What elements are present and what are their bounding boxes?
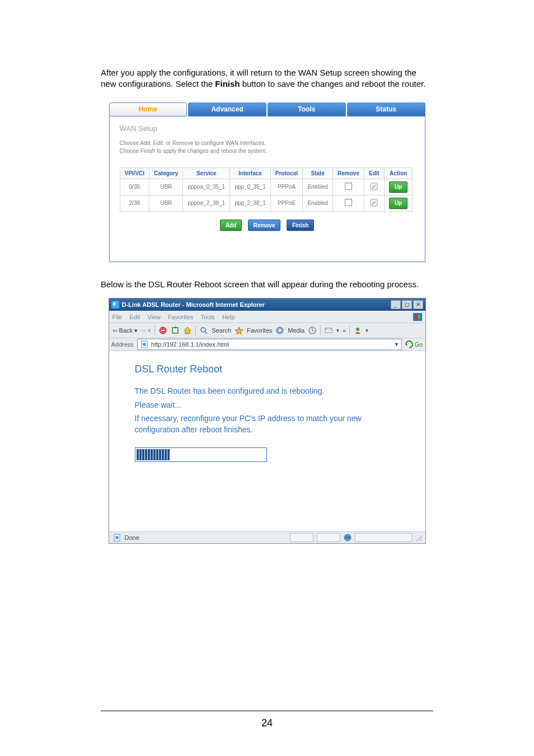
wan-title: WAN Setup	[120, 124, 415, 133]
remove-checkbox[interactable]	[345, 199, 352, 206]
media-icon[interactable]	[275, 326, 284, 335]
toolbar-more-icon[interactable]: »	[343, 328, 346, 334]
ie-window: D-Link ADSL Router - Microsoft Internet …	[109, 298, 426, 544]
edit-icon[interactable]	[370, 183, 378, 190]
table-header-row: VPI/VCI Category Service Interface Proto…	[120, 167, 413, 179]
svg-point-14	[356, 328, 359, 331]
cell-action[interactable]: Up	[384, 179, 412, 195]
search-icon[interactable]	[199, 326, 208, 335]
status-pane	[317, 533, 340, 542]
minimize-button[interactable]: _	[391, 300, 401, 309]
svg-point-19	[115, 536, 119, 539]
cell-remove[interactable]	[333, 195, 364, 211]
close-button[interactable]: ✕	[413, 300, 423, 309]
remove-button[interactable]: Remove	[248, 220, 281, 231]
tab-home[interactable]: Home	[109, 102, 188, 116]
cell-protocol: PPPoA	[270, 179, 303, 195]
ie-brand-icon	[413, 313, 422, 321]
status-text: Done	[125, 534, 139, 541]
maximize-button[interactable]: ◻	[402, 300, 412, 309]
tab-bar: Home Advanced Tools Status	[109, 102, 425, 116]
edit-icon[interactable]	[370, 199, 378, 207]
col-protocol: Protocol	[270, 167, 303, 179]
reboot-line3: If necessary, reconfigure your PC's IP a…	[135, 413, 406, 436]
window-controls: _ ◻ ✕	[391, 300, 423, 309]
tab-advanced-label: Advanced	[211, 105, 243, 113]
ie-title-text: D-Link ADSL Router - Microsoft Internet …	[122, 301, 265, 308]
cell-edit[interactable]	[364, 195, 384, 211]
favorites-label[interactable]: Favorites	[247, 327, 272, 334]
media-label[interactable]: Media	[288, 327, 305, 334]
wan-desc: Choose Add, Edit, or Remove to configure…	[120, 139, 415, 155]
back-button[interactable]: ⇦ Back ▾	[113, 327, 138, 334]
page-icon	[140, 340, 149, 349]
cell-vpivci: 0/35	[120, 179, 149, 195]
address-dropdown-icon[interactable]: ▼	[394, 342, 399, 347]
tab-tools[interactable]: Tools	[268, 102, 346, 116]
ie-content: DSL Router Reboot The DSL Router has bee…	[109, 351, 425, 531]
table-row: 0/35 UBR pppoa_0_35_1 ppp_0_35_1 PPPoA E…	[120, 179, 413, 195]
col-category: Category	[149, 167, 183, 179]
cell-service: pppoe_2_38_1	[183, 195, 230, 211]
tab-advanced[interactable]: Advanced	[188, 102, 266, 116]
tab-tools-label: Tools	[298, 105, 315, 113]
menu-file[interactable]: File	[113, 314, 123, 320]
cell-action[interactable]: Up	[384, 195, 412, 211]
mail-dropdown-icon[interactable]: ▾	[336, 328, 339, 333]
forward-button[interactable]: ⇨ ▾	[141, 327, 151, 334]
messenger-dropdown-icon[interactable]: ▾	[366, 328, 368, 333]
reboot-line2: Please wait...	[135, 399, 406, 410]
mail-icon[interactable]	[324, 326, 333, 335]
stop-icon[interactable]	[158, 326, 167, 335]
svg-line-23	[421, 540, 422, 541]
svg-marker-17	[405, 344, 407, 346]
cell-state: Enabled	[303, 195, 333, 211]
svg-rect-4	[418, 315, 420, 319]
button-row: Add Remove Finish	[120, 220, 415, 231]
menu-edit[interactable]: Edit	[129, 314, 140, 320]
ie-menubar: File Edit View Favorites Tools Help	[109, 311, 425, 323]
reboot-line1: The DSL Router has been configured and i…	[135, 385, 406, 396]
refresh-icon[interactable]	[171, 326, 180, 335]
favorites-icon[interactable]	[235, 326, 243, 335]
menu-tools[interactable]: Tools	[200, 314, 215, 320]
footer-divider	[101, 711, 433, 711]
search-label[interactable]: Search	[212, 327, 231, 334]
messenger-icon[interactable]	[353, 326, 362, 335]
menu-help[interactable]: Help	[222, 314, 235, 320]
up-button[interactable]: Up	[389, 198, 407, 209]
remove-checkbox[interactable]	[345, 183, 352, 190]
cell-category: UBR	[149, 195, 183, 211]
cell-remove[interactable]	[333, 179, 364, 195]
tab-status[interactable]: Status	[347, 102, 425, 116]
menu-favorites[interactable]: Favorites	[168, 314, 193, 320]
svg-point-8	[201, 328, 205, 332]
cell-vpivci: 2/38	[120, 195, 149, 211]
finish-button[interactable]: Finish	[287, 220, 314, 231]
history-icon[interactable]	[308, 326, 317, 335]
cell-interface: ppp_2_38_1	[230, 195, 271, 211]
below-paragraph: Below is the DSL Router Reboot screen th…	[101, 279, 433, 290]
intro-paragraph: After you apply the configurations, it w…	[101, 67, 433, 90]
progress-bar	[135, 447, 267, 462]
address-field[interactable]: http://192.168.1.1/index.html ▼	[137, 339, 402, 350]
cell-service: pppoa_0_35_1	[183, 179, 230, 195]
col-action: Action	[384, 167, 412, 179]
home-icon[interactable]	[183, 326, 192, 335]
up-button[interactable]: Up	[389, 181, 407, 193]
internet-zone-icon	[344, 534, 352, 542]
cell-protocol: PPPoE	[270, 195, 303, 211]
svg-line-9	[205, 332, 207, 334]
wan-table: VPI/VCI Category Service Interface Proto…	[120, 167, 413, 212]
svg-point-16	[143, 343, 146, 346]
menu-view[interactable]: View	[147, 314, 161, 320]
add-button[interactable]: Add	[220, 220, 242, 231]
address-url: http://192.168.1.1/index.html	[151, 341, 229, 348]
go-button[interactable]: Go	[405, 340, 423, 348]
go-label: Go	[415, 341, 423, 348]
intro-text-after: button to save the changes and reboot th…	[240, 79, 425, 88]
cell-edit[interactable]	[364, 179, 384, 195]
resize-grip-icon[interactable]	[415, 534, 422, 541]
address-label: Address	[111, 341, 134, 348]
svg-rect-3	[415, 315, 417, 319]
